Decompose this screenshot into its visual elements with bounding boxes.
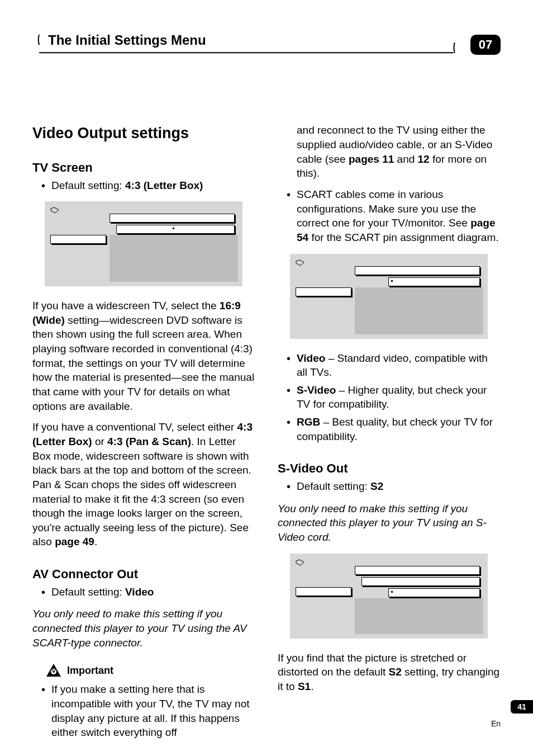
default-value: S2 xyxy=(370,480,383,492)
page-ref: 12 xyxy=(418,153,430,165)
default-setting-tv-screen: Default setting: 4:3 (Letter Box) xyxy=(51,178,255,193)
text-bold: S2 xyxy=(389,666,402,678)
default-value: 4:3 (Letter Box) xyxy=(125,179,203,191)
right-column: and reconnect to the TV using either the… xyxy=(278,123,501,747)
svg-point-1 xyxy=(51,669,56,674)
default-label: Default setting: xyxy=(51,179,125,191)
text: . xyxy=(311,681,313,692)
text: If you have a widescreen TV, select the xyxy=(32,300,220,311)
text: SCART cables come in various configurati… xyxy=(297,188,476,229)
text: or xyxy=(92,436,107,447)
important-label: Important xyxy=(67,664,113,677)
menu-screenshot-svideo xyxy=(290,554,488,639)
default-setting-svideo: Default setting: S2 xyxy=(297,479,501,494)
page-ref: pages 11 xyxy=(349,153,394,165)
scart-bullet: SCART cables come in various configurati… xyxy=(297,187,501,245)
svideo-note: You only need to make this setting if yo… xyxy=(278,502,501,545)
menu-screenshot-tv-screen xyxy=(45,201,242,286)
text: . In Letter Box mode, widescreen softwar… xyxy=(32,436,251,547)
option-video: Video – Standard video, compatible with … xyxy=(297,351,501,380)
left-column: Video Output settings TV Screen Default … xyxy=(32,123,255,747)
menu-screenshot-av-connector xyxy=(290,254,488,339)
tv-screen-paragraph-1: If you have a widescreen TV, select the … xyxy=(32,299,255,413)
default-value: Video xyxy=(125,586,154,598)
av-connector-note: You only need to make this setting if yo… xyxy=(32,607,255,650)
text: for the SCART pin assignment diagram. xyxy=(308,231,498,243)
tag-icon xyxy=(296,259,304,266)
option-desc: – Standard video, compatible with all TV… xyxy=(297,352,488,379)
default-label: Default setting: xyxy=(297,480,370,492)
continuation-paragraph: and reconnect to the TV using either the… xyxy=(278,123,501,181)
text: . xyxy=(94,536,97,547)
subheading-svideo-out: S-Video Out xyxy=(278,460,501,477)
page-header: The Initial Settings Menu 07 xyxy=(32,34,501,56)
option-name: RGB xyxy=(297,416,320,428)
subheading-tv-screen: TV Screen xyxy=(32,159,255,176)
text: and xyxy=(394,153,417,165)
default-setting-av-connector: Default setting: Video xyxy=(51,585,255,599)
text: If you have a conventional TV, select ei… xyxy=(32,421,237,433)
important-callout: Important xyxy=(46,663,255,678)
page-ref: page 49 xyxy=(55,536,94,547)
section-heading-video-output: Video Output settings xyxy=(32,123,255,143)
tv-screen-paragraph-2: If you have a conventional TV, select ei… xyxy=(32,420,255,549)
warning-icon xyxy=(46,663,61,678)
option-rgb: RGB – Best quality, but check your TV fo… xyxy=(297,415,501,443)
option-name: Video xyxy=(297,352,325,364)
option-name: S-Video xyxy=(297,384,336,396)
svideo-paragraph: If you find that the picture is stretche… xyxy=(278,651,501,694)
chapter-badge: 07 xyxy=(470,35,501,55)
tag-icon xyxy=(296,559,304,566)
page-number-badge: 41 xyxy=(511,700,533,714)
text: setting—widescreen DVD software is then … xyxy=(32,314,254,412)
tag-icon xyxy=(50,207,59,214)
text-bold: 4:3 (Pan & Scan) xyxy=(107,436,191,447)
language-label: En xyxy=(491,719,501,729)
default-label: Default setting: xyxy=(51,586,125,598)
text-bold: S1 xyxy=(298,681,311,692)
option-desc: – Best quality, but check your TV for co… xyxy=(297,416,493,442)
important-bullet: If you make a setting here that is incom… xyxy=(51,682,255,740)
page-title: The Initial Settings Menu xyxy=(40,31,206,49)
option-svideo: S-Video – Higher quality, but check your… xyxy=(297,383,501,412)
subheading-av-connector: AV Connector Out xyxy=(32,566,255,583)
